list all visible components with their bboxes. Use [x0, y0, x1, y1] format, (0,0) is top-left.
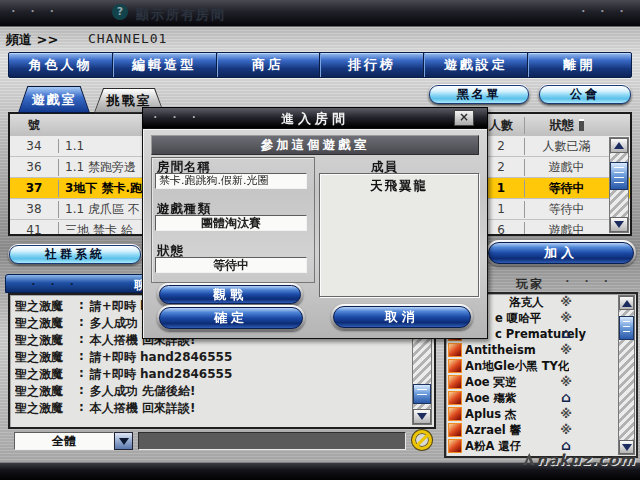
room-list-scrollbar[interactable] [609, 137, 629, 233]
room-number: 37 [10, 181, 58, 195]
player-status-icon [558, 342, 574, 358]
chat-user: 聖之激魔 [15, 366, 73, 383]
room-status: 等待中 [524, 180, 608, 197]
cancel-button[interactable]: 取消 [331, 304, 473, 330]
chat-colon: : [79, 400, 84, 417]
room-number: 41 [10, 223, 58, 234]
channel-label: 頻道 >> [6, 31, 58, 49]
player-status-icon [558, 294, 574, 310]
game-type-field: 團體淘汰賽 [155, 215, 307, 231]
members-box: 天飛翼龍 [319, 173, 479, 297]
nakuz-logo-icon [523, 453, 534, 465]
scrollbar-thumb[interactable] [413, 384, 431, 404]
community-button[interactable]: 社群系統 [8, 244, 142, 265]
dialog-title-bar[interactable]: · · · 進入房間 × [142, 107, 488, 128]
ok-button[interactable]: 確定 [157, 305, 305, 331]
room-number: 34 [10, 139, 58, 153]
guild-button[interactable]: 公會 [538, 84, 632, 105]
close-icon[interactable]: × [454, 110, 474, 126]
triangle-down-icon [622, 444, 632, 451]
chat-message: 聖之激魔 : 請+即時 hand2846555 [15, 366, 408, 383]
player-name: Antitheism [465, 343, 536, 357]
player-avatar-icon [448, 407, 462, 421]
chat-target-dropdown-arrow[interactable] [114, 432, 133, 450]
enter-room-dialog: · · · 進入房間 × 參加這個遊戲室 房間名稱 禁卡.跑跳狗.假新.光圈 遊… [142, 107, 488, 339]
player-name: Aoe 冥逆 [465, 375, 517, 390]
tab-game-room[interactable]: 遊戲室 [18, 86, 90, 113]
player-status-icon [558, 422, 574, 438]
column-status: 狀態 [524, 117, 608, 134]
player-list-scrollbar[interactable] [618, 295, 635, 455]
player-row[interactable]: Antitheism [446, 342, 636, 358]
spectate-button[interactable]: 觀戰 [157, 283, 303, 306]
room-status: 遊戲中 [524, 222, 608, 235]
menu-item[interactable]: 商店 [216, 53, 320, 77]
chat-target-select[interactable]: 全體 [14, 432, 114, 450]
chat-user: 聖之激魔 [15, 349, 73, 366]
chat-colon: : [79, 315, 84, 332]
menu-item[interactable]: 排行榜 [319, 53, 423, 77]
join-button[interactable]: 加入 [486, 240, 636, 266]
menu-item[interactable]: 遊戲設定 [423, 53, 527, 77]
room-status: 等待中 [524, 201, 608, 218]
player-row[interactable]: Aoe 殤紫 [446, 390, 636, 406]
player-avatar-icon [448, 343, 462, 357]
dialog-body: 參加這個遊戲室 房間名稱 禁卡.跑跳狗.假新.光圈 遊戲種類 團體淘汰賽 狀態 … [142, 128, 488, 339]
player-status-icon [558, 310, 574, 326]
triangle-down-icon [417, 413, 427, 420]
players-title: 玩家 [516, 276, 544, 293]
chat-user: 聖之激魔 [15, 298, 73, 315]
players-dots: · · · [564, 275, 612, 288]
room-name-field[interactable]: 禁卡.跑跳狗.假新.光圈 [155, 173, 307, 189]
player-name: Aplus 杰 [465, 407, 517, 422]
chat-text: 本人撘機 回來詳談! [90, 400, 196, 417]
scrollbar-thumb[interactable] [619, 316, 634, 340]
chat-colon: : [79, 366, 84, 383]
player-avatar-icon [448, 423, 462, 437]
chat-colon: : [79, 349, 84, 366]
player-row[interactable]: Azrael 響 [446, 422, 636, 438]
scroll-down-button[interactable] [610, 217, 628, 232]
window-dots-left: · · · [10, 5, 58, 18]
chat-message: 聖之激魔 : 多人成功 先儲後給! [15, 383, 408, 400]
room-status: 遊戲中 [524, 159, 608, 176]
chat-text: 請+即時 hand2846555 [90, 366, 232, 383]
column-no: 號 [10, 117, 58, 134]
chat-user: 聖之激魔 [15, 315, 73, 332]
screen: · · · ? 顯示所有房間 · · · 頻道 >> CHANNEL01 角色人… [0, 0, 640, 480]
scroll-up-button[interactable] [619, 296, 634, 310]
scroll-up-button[interactable] [610, 138, 628, 153]
player-row[interactable]: An地Gle小黑 TY化 [446, 358, 636, 374]
nakuz-watermark: nakuz.com [523, 451, 636, 469]
player-name: Aoe 殤紫 [465, 391, 517, 406]
chat-input[interactable] [138, 432, 406, 450]
room-number: 38 [10, 202, 58, 216]
main-menu-bar: 角色人物編輯造型商店排行榜遊戲設定離開 [8, 52, 632, 78]
triangle-up-icon [614, 142, 624, 149]
chat-text: 多人成功 先儲後給! [90, 383, 196, 400]
mute-icon[interactable] [412, 430, 432, 450]
dialog-header: 參加這個遊戲室 [151, 135, 479, 155]
room-number: 36 [10, 160, 58, 174]
player-row[interactable]: Aoe 冥逆 [446, 374, 636, 390]
player-name: A粉A 還仔 [465, 439, 521, 454]
player-status-icon [558, 358, 574, 374]
menu-item[interactable]: 編輯造型 [112, 53, 216, 77]
blacklist-button[interactable]: 黑名單 [428, 84, 530, 105]
player-name: An地Gle小黑 TY化 [465, 359, 569, 374]
help-icon[interactable]: ? [112, 4, 128, 20]
triangle-up-icon [622, 300, 632, 307]
player-status-icon [558, 390, 574, 406]
status-field: 等待中 [155, 257, 307, 273]
chat-colon: : [79, 332, 84, 349]
dialog-title: 進入房間 [143, 110, 487, 128]
window-dots-right: · · · [580, 5, 628, 18]
player-name: Azrael 響 [465, 423, 521, 438]
menu-item[interactable]: 角色人物 [9, 53, 112, 77]
scrollbar-thumb[interactable] [610, 162, 628, 190]
menu-item[interactable]: 離開 [527, 53, 631, 77]
scroll-down-button[interactable] [413, 409, 431, 424]
chat-message: 聖之激魔 : 本人撘機 回來詳談! [15, 400, 408, 417]
status-header-icon [579, 119, 584, 131]
player-row[interactable]: Aplus 杰 [446, 406, 636, 422]
